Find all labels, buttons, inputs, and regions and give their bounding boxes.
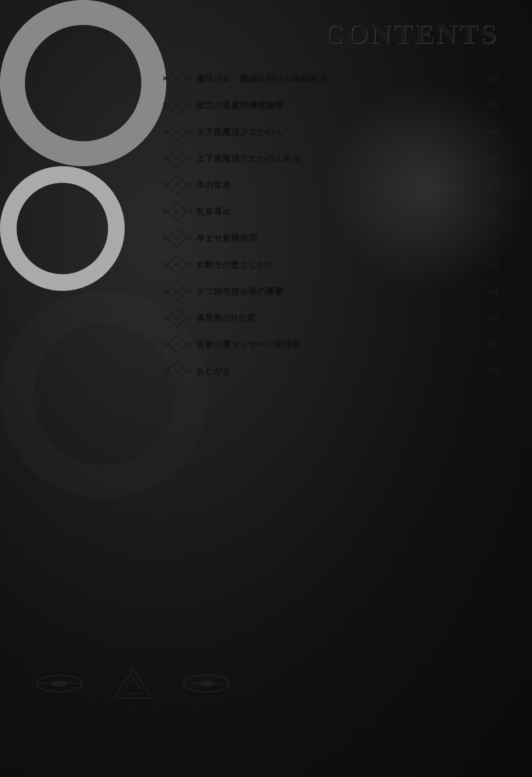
- item-title-7: 女騎士の堕としかた: [196, 259, 275, 270]
- diamond-badge-5: 06: [168, 202, 186, 221]
- cross-right-2: ✕: [187, 128, 193, 136]
- diamond-badge-7: 08: [168, 256, 186, 274]
- page-content: CONTENTS ✕ 01 ✕ 魔法少女 機械仕掛けの連続絶頂 005 ✕ 02…: [0, 0, 532, 777]
- toc-item-left-11: ✕ 12 ✕ あとがき: [162, 362, 482, 380]
- toc-item: ✕ 12 ✕ あとがき 193: [162, 359, 499, 383]
- item-number-7: 08: [175, 261, 180, 268]
- toc-item-left-2: ✕ 03 ✕ 土下座魔法少女かのん: [162, 123, 482, 141]
- toc-item: ✕ 02 ✕ 敗北の退魔師機械凌辱 025: [162, 93, 499, 117]
- item-page-4: 073: [482, 181, 499, 189]
- item-number-0: 01: [175, 75, 180, 82]
- cross-right-4: ✕: [187, 181, 193, 189]
- toc-item: ✕ 11 ✕ 若妻の裏マッサージ初体験 175: [162, 333, 499, 356]
- diamond-badge-6: 07: [168, 229, 186, 247]
- toc-item: ✕ 05 ✕ 氷の世界 073: [162, 173, 499, 197]
- item-number-10: 11: [175, 341, 180, 348]
- toc-item: ✕ 03 ✕ 土下座魔法少女かのん 043: [162, 120, 499, 143]
- cross-right-3: ✕: [187, 154, 193, 163]
- diamond-badge-2: 03: [168, 123, 186, 141]
- diamond-badge-3: 04: [168, 149, 186, 167]
- cross-right-7: ✕: [187, 261, 193, 269]
- toc-item-left-5: ✕ 06 ✕ 乳首辱め: [162, 202, 482, 221]
- toc-item: ✕ 01 ✕ 魔法少女 機械仕掛けの連続絶頂 005: [162, 67, 499, 90]
- toc-item: ✕ 10 ✕ 体育祭のHな罠 157: [162, 306, 499, 329]
- diamond-badge-0: 01: [168, 69, 186, 88]
- toc-item: ✕ 09 ✕ タコ娘生徒会長の憂鬱 141: [162, 280, 499, 303]
- cross-right-1: ✕: [187, 101, 193, 110]
- item-page-11: 193: [482, 367, 499, 376]
- item-title-1: 敗北の退魔師機械凌辱: [196, 100, 283, 111]
- toc-item-left-7: ✕ 08 ✕ 女騎士の堕としかた: [162, 256, 482, 274]
- diamond-badge-11: 12: [168, 362, 186, 380]
- item-title-2: 土下座魔法少女かのん: [196, 126, 283, 138]
- cross-right-10: ✕: [187, 340, 193, 349]
- toc-item: ✕ 07 ✕ 孕ませ射精拷問 105: [162, 226, 499, 250]
- item-number-9: 10: [175, 315, 180, 321]
- item-title-6: 孕ませ射精拷問: [196, 233, 257, 244]
- item-number-1: 02: [175, 102, 180, 108]
- item-title-9: 体育祭のHな罠: [196, 312, 256, 324]
- diamond-badge-1: 02: [168, 96, 186, 114]
- item-page-10: 175: [482, 340, 499, 349]
- item-page-0: 005: [482, 74, 499, 83]
- toc-item-left-6: ✕ 07 ✕ 孕ませ射精拷問: [162, 229, 482, 247]
- item-number-5: 06: [175, 208, 180, 215]
- item-page-5: 089: [482, 207, 499, 216]
- diamond-badge-8: 09: [168, 282, 186, 300]
- item-page-3: 063: [482, 154, 499, 163]
- cross-right-9: ✕: [187, 314, 193, 322]
- toc-item-left-1: ✕ 02 ✕ 敗北の退魔師機械凌辱: [162, 96, 482, 114]
- toc-item-left-0: ✕ 01 ✕ 魔法少女 機械仕掛けの連続絶頂: [162, 69, 482, 88]
- toc-item-left-4: ✕ 05 ✕ 氷の世界: [162, 176, 482, 194]
- item-number-6: 07: [175, 235, 180, 241]
- diamond-badge-10: 11: [168, 335, 186, 354]
- item-title-0: 魔法少女 機械仕掛けの連続絶頂: [196, 73, 327, 84]
- item-title-11: あとがき: [196, 366, 231, 377]
- diamond-badge-9: 10: [168, 309, 186, 327]
- table-of-contents: ✕ 01 ✕ 魔法少女 機械仕掛けの連続絶頂 005 ✕ 02 ✕ 敗北の退魔師…: [0, 63, 532, 383]
- item-title-5: 乳首辱め: [196, 206, 231, 217]
- item-title-10: 若妻の裏マッサージ初体験: [196, 339, 301, 350]
- page-title-section: CONTENTS: [0, 0, 532, 50]
- cross-right-6: ✕: [187, 234, 193, 243]
- item-page-8: 141: [482, 287, 499, 296]
- item-number-2: 03: [175, 128, 180, 135]
- item-page-7: 123: [482, 261, 499, 269]
- toc-item-left-3: ✕ 04 ✕ 土下座魔法少女かのん外伝: [162, 149, 482, 167]
- cross-right-0: ✕: [187, 74, 193, 83]
- item-title-4: 氷の世界: [196, 179, 231, 191]
- item-title-8: タコ娘生徒会長の憂鬱: [196, 286, 283, 297]
- item-page-6: 105: [482, 234, 499, 243]
- toc-item-left-8: ✕ 09 ✕ タコ娘生徒会長の憂鬱: [162, 282, 482, 300]
- cross-right-11: ✕: [187, 367, 193, 376]
- item-number-8: 09: [175, 288, 180, 295]
- item-page-9: 157: [482, 314, 499, 322]
- toc-item: ✕ 06 ✕ 乳首辱め 089: [162, 200, 499, 223]
- item-page-2: 043: [482, 128, 499, 136]
- cross-right-5: ✕: [187, 207, 193, 216]
- toc-item: ✕ 08 ✕ 女騎士の堕としかた 123: [162, 253, 499, 276]
- item-page-1: 025: [482, 101, 499, 110]
- toc-item-left-9: ✕ 10 ✕ 体育祭のHな罠: [162, 309, 482, 327]
- contents-heading: CONTENTS: [0, 17, 499, 50]
- item-number-11: 12: [175, 368, 180, 374]
- item-number-4: 05: [175, 182, 180, 188]
- toc-item-left-10: ✕ 11 ✕ 若妻の裏マッサージ初体験: [162, 335, 482, 354]
- cross-right-8: ✕: [187, 287, 193, 296]
- item-number-3: 04: [175, 155, 180, 162]
- toc-item: ✕ 04 ✕ 土下座魔法少女かのん外伝 063: [162, 147, 499, 170]
- diamond-badge-4: 05: [168, 176, 186, 194]
- item-title-3: 土下座魔法少女かのん外伝: [196, 153, 301, 164]
